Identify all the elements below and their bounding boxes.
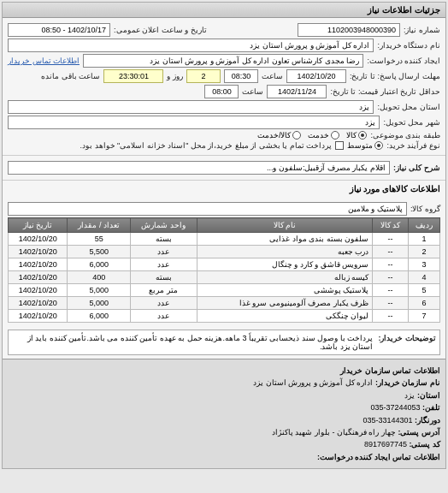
fax-value: 33144301-035 bbox=[363, 416, 412, 425]
validity-time: 08:00 bbox=[204, 85, 239, 98]
radio-icon bbox=[292, 131, 301, 140]
goods-table-body: 1--سلفون بسته بندی مواد غذاییبسته551402/… bbox=[9, 233, 440, 323]
city-value: یزد bbox=[8, 116, 380, 129]
proc-label: نوع فرآیند خرید: bbox=[386, 141, 440, 150]
deadline-time: 08:30 bbox=[224, 69, 258, 83]
day-word: روز و bbox=[167, 72, 183, 80]
radio-icon bbox=[358, 131, 367, 140]
table-row[interactable]: 5--پلاستیک پوششیمتر مربع5,0001402/10/20 bbox=[9, 284, 440, 297]
proc-radio-medium[interactable]: متوسط bbox=[347, 141, 383, 150]
buyer-description: توضیحات خریدار: پرداخت با وصول سند ذیحسا… bbox=[8, 330, 440, 355]
col-row[interactable]: ردیف bbox=[408, 218, 439, 233]
req-no-value: 1102003948000390 bbox=[298, 23, 400, 37]
details-panel: جزئیات اطلاعات نیاز شماره نیاز: 11020039… bbox=[2, 2, 446, 469]
pay-check-label: پرداخت تمام یا بخشی از مبلغ خرید،از محل … bbox=[80, 141, 333, 150]
col-code[interactable]: کد کالا bbox=[373, 218, 409, 233]
remain-days: 2 bbox=[186, 69, 221, 83]
post-value: 8917697745 bbox=[364, 440, 407, 448]
req-no-label: شماره نیاز: bbox=[404, 26, 440, 34]
requester-value: رضا مجدی کارشناس تعاون اداره کل آموزش و … bbox=[83, 54, 363, 68]
org-label: نام سازمان خریدار: bbox=[375, 378, 440, 387]
deadline-label: مهلت ارسال پاسخ: تا تاریخ: bbox=[350, 72, 440, 80]
proc-radio-group: متوسط bbox=[347, 141, 383, 150]
announce-label: تاریخ و ساعت اعلان عمومی: bbox=[114, 26, 207, 34]
remain-suffix: ساعت باقی مانده bbox=[41, 72, 100, 80]
need-title-value: اقلام یکبار مصرف آزقبیل:سلفون و... bbox=[8, 161, 390, 175]
contact-title: اطلاعات تماس سازمان خریدار bbox=[8, 365, 440, 377]
validity-date: 1402/11/24 bbox=[267, 85, 327, 98]
time-label-1: ساعت bbox=[262, 72, 283, 80]
requester-label: ایجاد کننده درخواست: bbox=[367, 56, 440, 65]
addr-label: آدرس پستی: bbox=[398, 428, 441, 437]
province-label: استان محل تحویل: bbox=[377, 103, 440, 111]
deadline-date: 1402/10/20 bbox=[286, 69, 346, 83]
table-header-row: ردیف کد کالا نام کالا واحد شمارش تعداد /… bbox=[9, 218, 440, 233]
c-province-label: استان: bbox=[417, 391, 440, 400]
table-row[interactable]: 1--سلفون بسته بندی مواد غذاییبسته551402/… bbox=[9, 233, 440, 246]
col-name[interactable]: نام کالا bbox=[197, 218, 373, 233]
phone-value: 37244053-035 bbox=[370, 403, 420, 412]
post-label: کد پستی: bbox=[410, 440, 441, 448]
req-contact-label: اطلاعات تماس ایجاد کننده درخواست: bbox=[8, 451, 440, 463]
table-row[interactable]: 4--کیسه زبالهبسته4001402/10/20 bbox=[9, 271, 440, 284]
province-value: یزد bbox=[8, 100, 374, 114]
col-unit[interactable]: واحد شمارش bbox=[130, 218, 197, 233]
form-body: شماره نیاز: 1102003948000390 تاریخ و ساع… bbox=[3, 18, 445, 155]
budget-radio-both[interactable]: کالا/خدمت bbox=[257, 131, 302, 140]
phone-label: تلفن: bbox=[422, 403, 440, 412]
col-date[interactable]: تاریخ نیاز bbox=[9, 218, 68, 233]
budget-radio-group: کالا خدمت کالا/خدمت bbox=[257, 131, 368, 140]
contact-info: اطلاعات تماس سازمان خریدار نام سازمان خر… bbox=[3, 359, 445, 468]
budget-label: طبقه بندی موضوعی: bbox=[370, 131, 440, 140]
table-row[interactable]: 2--درب جعبهعدد5,5001402/10/20 bbox=[9, 246, 440, 258]
col-qty[interactable]: تعداد / مقدار bbox=[68, 218, 131, 233]
budget-radio-service[interactable]: خدمت bbox=[308, 131, 339, 140]
group-value: پلاستیک و ملامین bbox=[8, 202, 407, 216]
budget-radio-kala[interactable]: کالا bbox=[346, 131, 367, 140]
buyer-label: نام دستگاه خریدار: bbox=[377, 41, 440, 50]
radio-icon bbox=[331, 131, 339, 140]
table-row[interactable]: 6--ظرف یکبار مصرف آلومینیومی سرو غذاعدد5… bbox=[9, 297, 440, 310]
remain-time: 23:30:01 bbox=[103, 69, 163, 83]
table-row[interactable]: 7--لیوان چنگکیعدد6,0001402/10/20 bbox=[9, 310, 440, 323]
panel-title: جزئیات اطلاعات نیاز bbox=[3, 3, 445, 18]
time-label-2: ساعت bbox=[242, 87, 263, 96]
city-label: شهر محل تحویل: bbox=[383, 118, 440, 127]
desc-text: پرداخت با وصول سند ذیحسابی تقریباً 3 ماه… bbox=[12, 334, 374, 351]
goods-table: ردیف کد کالا نام کالا واحد شمارش تعداد /… bbox=[8, 217, 440, 323]
need-title-label: شرح کلی نیاز: bbox=[393, 163, 440, 172]
table-row[interactable]: 3--سرویس قاشق و کارد و چنگالعدد6,0001402… bbox=[9, 258, 440, 271]
fax-label: دورنگار: bbox=[415, 416, 440, 425]
announce-value: 1402/10/17 - 08:50 bbox=[8, 23, 110, 37]
org-value: اداره کل آموزش و پرورش استان یزد bbox=[253, 378, 373, 387]
radio-icon bbox=[374, 141, 383, 150]
c-province-value: یزد bbox=[404, 391, 415, 400]
addr-value: چهار راه فرهنگیان - بلوار شهید پاکنژاد bbox=[272, 428, 396, 437]
treasury-checkbox[interactable] bbox=[335, 141, 344, 150]
desc-label: توضیحات خریدار: bbox=[379, 334, 437, 351]
contact-link[interactable]: اطلاعات تماس خریدار bbox=[8, 56, 80, 65]
buyer-value: اداره کل آموزش و پرورش استان یزد bbox=[8, 39, 374, 52]
validity-label: حداقل تاریخ اعتبار قیمت: تا تاریخ: bbox=[330, 87, 440, 96]
group-label: گروه کالا: bbox=[410, 205, 440, 213]
goods-section-title: اطلاعات کالاهای مورد نیاز bbox=[3, 180, 445, 197]
